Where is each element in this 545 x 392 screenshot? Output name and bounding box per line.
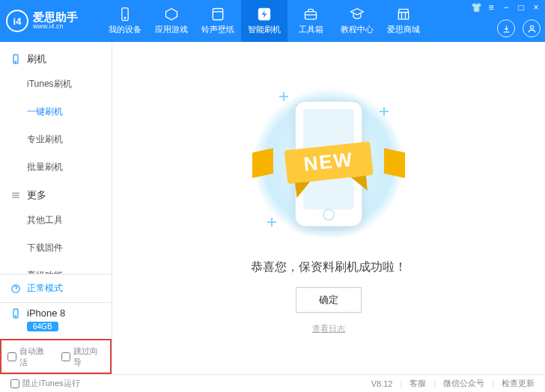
status-icon bbox=[10, 284, 21, 294]
download-icon[interactable] bbox=[497, 19, 515, 37]
svg-point-5 bbox=[530, 25, 533, 28]
sidebar-group-flash[interactable]: 刷机 bbox=[0, 45, 112, 70]
sparkle-icon bbox=[380, 107, 389, 116]
phone-icon bbox=[10, 54, 21, 64]
minimize-icon[interactable]: − bbox=[500, 1, 512, 13]
sidebar-group-label: 更多 bbox=[27, 189, 46, 202]
nav-label: 教程中心 bbox=[341, 24, 374, 35]
nav-apps[interactable]: 应用游戏 bbox=[148, 0, 195, 42]
sidebar-item[interactable]: 批量刷机 bbox=[0, 153, 112, 181]
ok-button[interactable]: 确定 bbox=[296, 287, 362, 313]
window-controls: 👕 ≡ − □ × bbox=[470, 1, 542, 13]
nav-label: 爱思商城 bbox=[387, 24, 420, 35]
top-nav: 我的设备应用游戏铃声壁纸智能刷机工具箱教程中心爱思商城 bbox=[102, 0, 427, 42]
svg-rect-2 bbox=[213, 9, 222, 20]
app-header: i4 爱思助手 www.i4.cn 我的设备应用游戏铃声壁纸智能刷机工具箱教程中… bbox=[0, 0, 545, 42]
storage-badge: 64GB bbox=[27, 322, 58, 331]
main-content: NEW 恭喜您，保资料刷机成功啦！ 确定 查看日志 bbox=[112, 42, 545, 374]
flash-mode-status[interactable]: 正常模式 bbox=[0, 275, 112, 302]
flash-options: 自动激活 跳过向导 bbox=[0, 339, 112, 374]
nav-device[interactable]: 我的设备 bbox=[102, 0, 148, 42]
update-link[interactable]: 检查更新 bbox=[502, 378, 535, 389]
nav-label: 智能刷机 bbox=[248, 24, 281, 35]
svg-rect-4 bbox=[305, 12, 317, 19]
auto-activate-checkbox[interactable]: 自动激活 bbox=[7, 346, 51, 368]
tutorial-icon bbox=[350, 7, 365, 22]
user-icon[interactable] bbox=[523, 19, 541, 37]
sparkle-icon bbox=[279, 92, 288, 101]
device-icon bbox=[10, 308, 21, 319]
maximize-icon[interactable]: □ bbox=[515, 1, 527, 13]
sidebar-item[interactable]: 下载固件 bbox=[0, 234, 112, 262]
device-icon bbox=[118, 7, 133, 22]
menu-icon[interactable]: ≡ bbox=[485, 1, 497, 13]
status-label: 正常模式 bbox=[27, 282, 63, 295]
nav-wallpaper[interactable]: 铃声壁纸 bbox=[195, 0, 241, 42]
nav-flash[interactable]: 智能刷机 bbox=[241, 0, 287, 42]
nav-label: 应用游戏 bbox=[155, 24, 188, 35]
toolbox-icon bbox=[303, 7, 318, 22]
sidebar-group-more[interactable]: 更多 bbox=[0, 181, 112, 206]
logo: i4 爱思助手 www.i4.cn bbox=[6, 10, 102, 32]
device-name: iPhone 8 bbox=[27, 307, 65, 319]
sidebar-item[interactable]: 高级功能 bbox=[0, 262, 112, 274]
support-link[interactable]: 客服 bbox=[409, 378, 426, 389]
nav-label: 铃声壁纸 bbox=[201, 24, 234, 35]
success-message: 恭喜您，保资料刷机成功啦！ bbox=[251, 260, 407, 275]
sidebar-group-label: 刷机 bbox=[27, 52, 46, 66]
block-itunes-checkbox[interactable]: 阻止iTunes运行 bbox=[10, 378, 80, 389]
brand-name: 爱思助手 bbox=[33, 11, 78, 24]
nav-label: 工具箱 bbox=[299, 24, 323, 35]
nav-toolbox[interactable]: 工具箱 bbox=[287, 0, 334, 42]
close-icon[interactable]: × bbox=[530, 1, 542, 13]
view-log-link[interactable]: 查看日志 bbox=[312, 323, 345, 334]
wardrobe-icon[interactable]: 👕 bbox=[470, 1, 482, 13]
nav-tutorial[interactable]: 教程中心 bbox=[334, 0, 380, 42]
brand-url: www.i4.cn bbox=[33, 23, 78, 31]
wechat-link[interactable]: 微信公众号 bbox=[443, 378, 484, 389]
svg-point-7 bbox=[15, 61, 16, 62]
device-block[interactable]: iPhone 8 64GB bbox=[0, 302, 112, 339]
sparkle-icon bbox=[267, 218, 276, 227]
wallpaper-icon bbox=[210, 7, 225, 22]
store-icon bbox=[396, 7, 411, 22]
apps-icon bbox=[164, 7, 179, 22]
version-label: V8.12 bbox=[371, 379, 393, 388]
status-bar: 阻止iTunes运行 V8.12 | 客服 | 微信公众号 | 检查更新 bbox=[0, 374, 545, 392]
sidebar-item[interactable]: 其他工具 bbox=[0, 206, 112, 234]
more-icon bbox=[10, 190, 21, 200]
sidebar-item[interactable]: iTunes刷机 bbox=[0, 70, 112, 98]
nav-store[interactable]: 爱思商城 bbox=[380, 0, 427, 42]
svg-point-1 bbox=[124, 17, 126, 19]
sidebar-item[interactable]: 专业刷机 bbox=[0, 126, 112, 153]
logo-icon: i4 bbox=[6, 10, 28, 32]
sidebar-item[interactable]: 一键刷机 bbox=[0, 98, 112, 126]
sidebar: 刷机 iTunes刷机一键刷机专业刷机批量刷机 更多 其他工具下载固件高级功能 … bbox=[0, 42, 112, 374]
flash-icon bbox=[257, 7, 272, 22]
nav-label: 我的设备 bbox=[109, 24, 141, 35]
success-illustration: NEW bbox=[246, 82, 411, 246]
svg-point-13 bbox=[15, 315, 16, 316]
skip-guide-checkbox[interactable]: 跳过向导 bbox=[61, 346, 105, 368]
